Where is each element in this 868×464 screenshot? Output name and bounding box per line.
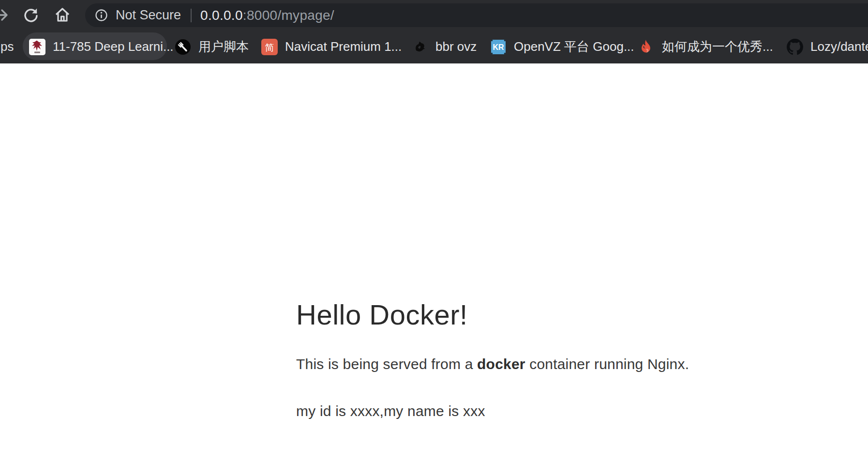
forward-arrow-icon bbox=[0, 17, 10, 25]
bookmark-label: bbr ovz bbox=[435, 39, 477, 54]
jianshu-favicon: 简 bbox=[261, 39, 278, 55]
bookmark-label: Navicat Premium 1... bbox=[285, 39, 402, 54]
served-line-after: container running Nginx. bbox=[525, 356, 689, 372]
phoenix-favicon bbox=[29, 39, 45, 55]
bookmark-label: 如何成为一个优秀... bbox=[662, 38, 773, 55]
bookmark-label: OpenVZ 平台 Goog... bbox=[514, 38, 634, 55]
served-line-before: This is being served from a bbox=[296, 356, 477, 372]
bookmark-lozy-dante[interactable]: Lozy/dante bbox=[787, 30, 868, 63]
security-label: Not Secure bbox=[116, 8, 181, 23]
home-icon bbox=[53, 17, 72, 26]
url-text: 0.0.0.0:8000/mypage/ bbox=[200, 8, 334, 23]
page-title: Hello Docker! bbox=[296, 299, 468, 330]
bookmarks-bar: ps 11-785 Deep Learni... bbox=[0, 30, 868, 63]
served-line-bold: docker bbox=[477, 356, 525, 372]
bookmark-label: Lozy/dante bbox=[810, 39, 868, 54]
served-line: This is being served from a docker conta… bbox=[296, 355, 689, 374]
bookmark-11785-deep-learning[interactable]: 11-785 Deep Learni... bbox=[29, 30, 174, 63]
apps-shortcut-partial[interactable]: ps bbox=[0, 30, 14, 63]
bookmark-navicat-premium[interactable]: 简 Navicat Premium 1... bbox=[261, 30, 402, 63]
site-security-chip[interactable]: Not Secure bbox=[95, 8, 181, 23]
url-host: 0.0.0.0 bbox=[200, 8, 243, 23]
id-line: my id is xxxx,my name is xxx bbox=[296, 402, 485, 421]
animal-silhouette-favicon bbox=[412, 39, 428, 55]
github-favicon bbox=[787, 39, 803, 55]
home-button[interactable] bbox=[53, 6, 71, 23]
bookmark-openvz-platform[interactable]: KR OpenVZ 平台 Goog... bbox=[490, 30, 634, 63]
greasyfork-favicon bbox=[175, 39, 191, 55]
bookmark-user-scripts[interactable]: 用户脚本 bbox=[175, 30, 249, 63]
bookmark-bbr-ovz[interactable]: bbr ovz bbox=[412, 30, 477, 63]
reload-button[interactable] bbox=[22, 6, 40, 24]
omnibox-divider bbox=[191, 9, 192, 22]
svg-text:KR: KR bbox=[493, 43, 504, 51]
bookmark-label: 用户脚本 bbox=[198, 38, 249, 55]
flame-favicon bbox=[638, 39, 655, 55]
bookmark-label: 11-785 Deep Learni... bbox=[53, 39, 174, 54]
kr-favicon: KR bbox=[490, 39, 507, 55]
browser-toolbar: Not Secure 0.0.0.0:8000/mypage/ bbox=[0, 0, 868, 30]
url-path: :8000/mypage/ bbox=[243, 8, 334, 23]
omnibox-url-bar[interactable]: Not Secure 0.0.0.0:8000/mypage/ bbox=[85, 3, 868, 27]
info-icon bbox=[95, 9, 108, 22]
svg-text:简: 简 bbox=[265, 42, 274, 52]
browser-chrome: Not Secure 0.0.0.0:8000/mypage/ ps 11-78… bbox=[0, 0, 868, 63]
bookmark-how-to-become-excellent[interactable]: 如何成为一个优秀... bbox=[638, 30, 773, 63]
web-page-content: Hello Docker! This is being served from … bbox=[0, 63, 868, 464]
forward-button[interactable] bbox=[0, 6, 10, 24]
reload-icon bbox=[22, 17, 40, 25]
